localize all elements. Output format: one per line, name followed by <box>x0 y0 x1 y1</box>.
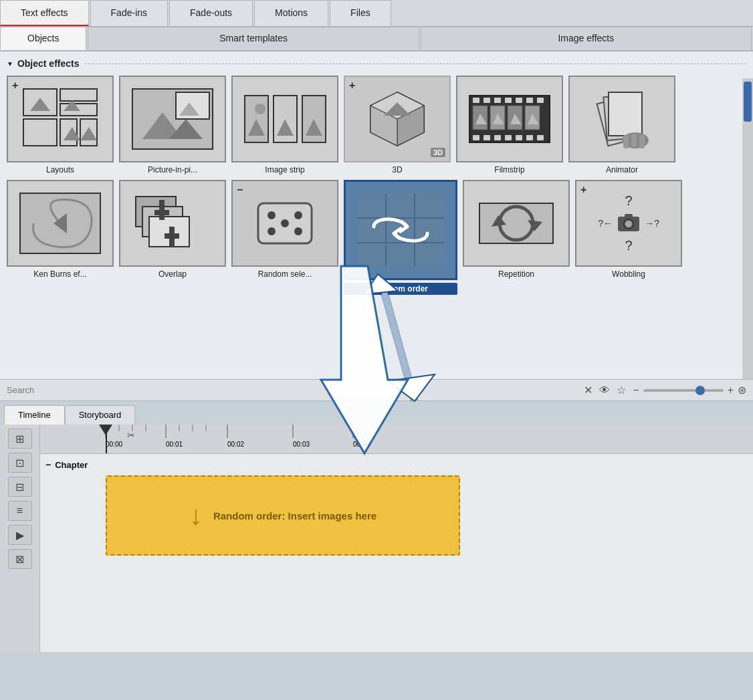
chapter-header: − Chapter <box>40 457 753 473</box>
section-title: Object effects <box>17 58 80 69</box>
effect-image-strip[interactable]: Image strip <box>231 76 338 174</box>
svg-rect-83 <box>625 214 633 218</box>
zoom-out-icon[interactable]: − <box>633 384 639 396</box>
tab-storyboard[interactable]: Storyboard <box>65 405 136 425</box>
svg-rect-52 <box>609 92 642 136</box>
svg-rect-65 <box>165 233 179 239</box>
wobbling-content: ? ?← →? ? <box>598 193 659 253</box>
plus-badge: + <box>12 80 18 92</box>
clear-search-icon[interactable]: ✕ <box>584 384 593 396</box>
tab-files[interactable]: Files <box>330 0 391 26</box>
svg-point-67 <box>267 211 276 219</box>
svg-rect-35 <box>473 135 479 140</box>
random-order-icon <box>354 190 447 270</box>
chapter-collapse[interactable]: − <box>45 459 51 470</box>
layouts-icon <box>20 86 100 152</box>
svg-rect-39 <box>516 135 522 140</box>
svg-rect-40 <box>526 135 533 140</box>
timeline-content: ⊞ ⊡ ⊟ ≡ ▶ ⊠ ✂ 00:00 00:01 <box>0 425 753 652</box>
tab-image-effects[interactable]: Image effects <box>421 27 752 50</box>
toolbar-icon-6[interactable]: ⊠ <box>8 549 32 569</box>
svg-point-17 <box>255 104 265 114</box>
effect-animator[interactable]: Animator <box>568 76 675 174</box>
effect-wobbling[interactable]: + ? ?← →? ? <box>575 180 682 295</box>
toolbar-icon-2[interactable]: ⊡ <box>8 453 32 473</box>
camera-icon <box>615 211 642 235</box>
effect-overlap[interactable]: Overlap <box>119 180 226 295</box>
effect-random-order-label: Random order <box>344 283 457 295</box>
svg-rect-63 <box>154 210 169 215</box>
scrollbar-thumb[interactable] <box>744 82 752 122</box>
tab-objects[interactable]: Objects <box>0 27 86 50</box>
effect-ken-burns[interactable]: Ken Burns ef... <box>7 180 114 295</box>
toolbar-icon-1[interactable]: ⊞ <box>8 429 32 449</box>
timeline-toolbar: ⊞ ⊡ ⊟ ≡ ▶ ⊠ <box>0 425 40 652</box>
svg-rect-34 <box>537 98 544 103</box>
ruler-ticks <box>100 425 502 454</box>
effect-random-order[interactable]: Random order <box>344 180 457 295</box>
svg-rect-55 <box>631 134 637 147</box>
toolbar-icon-5[interactable]: ▶ <box>8 525 32 545</box>
track-content: ↓ Random order: Insert images here <box>189 501 376 531</box>
effect-image-strip-label: Image strip <box>265 165 304 174</box>
effect-pip[interactable]: Picture-in-pi... <box>119 76 226 174</box>
svg-point-70 <box>267 227 276 235</box>
effect-filmstrip[interactable]: Filmstrip <box>456 76 563 174</box>
tab-timeline[interactable]: Timeline <box>4 405 65 425</box>
scrollbar[interactable] <box>742 78 753 379</box>
track-arrow: ↓ <box>189 501 203 531</box>
tab-smart-templates[interactable]: Smart templates <box>88 27 419 50</box>
svg-rect-31 <box>505 98 512 103</box>
effect-random-select[interactable]: − Random sele... <box>231 180 338 295</box>
svg-point-82 <box>626 221 631 227</box>
svg-rect-36 <box>483 135 490 140</box>
svg-point-68 <box>281 219 289 227</box>
svg-rect-32 <box>516 98 522 103</box>
svg-rect-37 <box>494 135 501 140</box>
effect-pip-label: Picture-in-pi... <box>148 165 197 174</box>
preview-icon[interactable]: 👁 <box>599 384 610 396</box>
svg-rect-41 <box>537 135 544 140</box>
top-tab-bar: Text effects Fade-ins Fade-outs Motions … <box>0 0 753 27</box>
zoom-handle[interactable] <box>695 386 705 395</box>
svg-rect-33 <box>526 98 533 103</box>
pip-icon <box>129 86 216 152</box>
filmstrip-icon <box>466 86 553 152</box>
svg-marker-8 <box>64 127 80 140</box>
svg-rect-56 <box>639 135 645 148</box>
effect-3d[interactable]: + 3D 3D <box>344 76 451 174</box>
effect-overlap-label: Overlap <box>158 269 187 279</box>
collapse-triangle[interactable]: ▼ <box>7 60 13 68</box>
svg-marker-9 <box>80 127 97 140</box>
zoom-reset-icon[interactable]: ⊛ <box>738 384 746 396</box>
zoom-slider[interactable] <box>643 389 724 392</box>
toolbar-icon-4[interactable]: ≡ <box>8 501 32 521</box>
tab-text-effects[interactable]: Text effects <box>0 0 89 26</box>
3d-badge: 3D <box>431 148 445 157</box>
image-strip-icon <box>241 86 328 152</box>
svg-rect-29 <box>483 98 490 103</box>
zoom-in-icon[interactable]: + <box>728 384 734 396</box>
tab-fade-outs[interactable]: Fade-outs <box>169 0 253 26</box>
zoom-bar: − + ⊛ <box>633 384 746 396</box>
tab-motions[interactable]: Motions <box>254 0 328 26</box>
timeline-track[interactable]: ↓ Random order: Insert images here <box>106 475 460 556</box>
effect-3d-label: 3D <box>392 165 402 174</box>
svg-point-71 <box>294 211 302 219</box>
tab-fade-ins[interactable]: Fade-ins <box>90 0 168 26</box>
effect-layouts-label: Layouts <box>46 165 74 174</box>
svg-point-69 <box>294 227 302 235</box>
search-bar: ✕ 👁 ☆ − + ⊛ <box>0 379 753 401</box>
effect-repetition[interactable]: Repetition <box>463 180 570 295</box>
toolbar-icon-3[interactable]: ⊟ <box>8 477 32 497</box>
repetition-icon <box>473 190 560 257</box>
svg-rect-1 <box>60 89 97 101</box>
search-icons: ✕ 👁 ☆ − + ⊛ <box>584 384 746 396</box>
search-input[interactable] <box>7 385 584 395</box>
star-icon[interactable]: ☆ <box>617 384 626 396</box>
section-divider <box>85 64 747 64</box>
effect-repetition-label: Repetition <box>498 269 534 279</box>
effect-layouts[interactable]: + Layouts <box>7 76 114 174</box>
effects-row-1: + Layouts <box>7 76 746 174</box>
second-tab-bar: Objects Smart templates Image effects <box>0 27 753 51</box>
